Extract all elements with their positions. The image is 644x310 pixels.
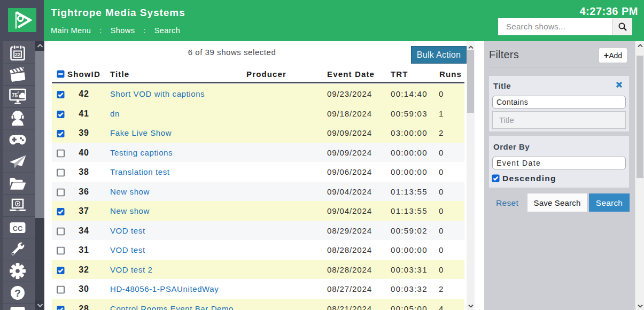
svg-text:CC: CC [13,224,23,232]
svg-text:75: 75 [12,92,18,98]
svg-text:22: 22 [15,51,21,57]
svg-text:?: ? [14,288,21,299]
